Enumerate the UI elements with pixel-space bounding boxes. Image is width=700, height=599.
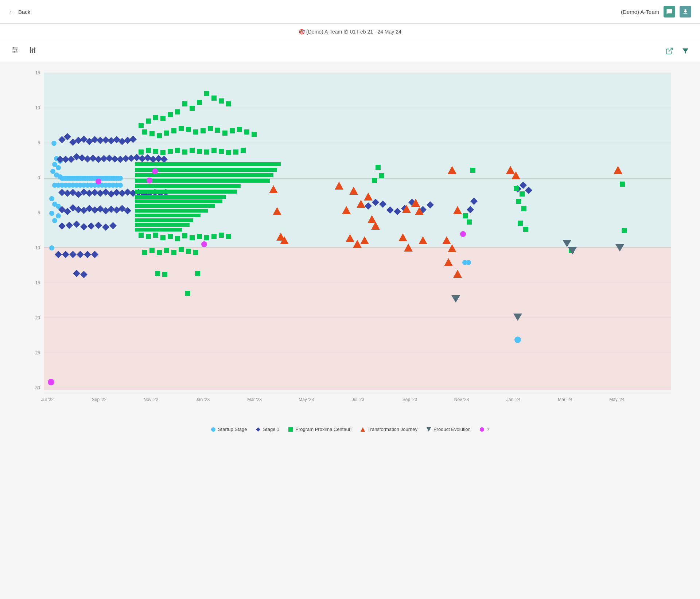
back-button[interactable]: ← Back <box>9 8 30 16</box>
svg-rect-231 <box>160 116 166 121</box>
svg-rect-240 <box>226 101 231 106</box>
legend-startup-icon <box>211 427 216 432</box>
svg-point-113 <box>49 245 54 250</box>
chart-container: 15 10 5 0 -5 -10 -15 -20 -25 -30 Jul '22… <box>0 69 700 439</box>
svg-rect-254 <box>237 127 242 132</box>
svg-rect-252 <box>222 131 228 136</box>
external-link-icon <box>665 47 673 55</box>
svg-point-352 <box>211 427 215 432</box>
subtitle-calendar-emoji: 🗓 <box>343 29 350 35</box>
legend-question: ? <box>479 427 489 432</box>
subtitle-date-range: 01 Feb 21 - 24 May 24 <box>350 29 401 35</box>
svg-rect-293 <box>155 271 160 276</box>
svg-text:Jul '23: Jul '23 <box>352 397 365 402</box>
svg-point-110 <box>49 211 54 216</box>
export-icon-button[interactable] <box>680 6 691 17</box>
svg-rect-288 <box>164 248 169 253</box>
svg-point-4 <box>16 49 17 51</box>
svg-rect-218 <box>135 184 241 188</box>
svg-rect-222 <box>135 204 215 208</box>
svg-text:10: 10 <box>35 105 40 110</box>
svg-rect-282 <box>211 234 217 239</box>
svg-point-104 <box>51 141 57 146</box>
svg-text:-5: -5 <box>36 210 40 215</box>
svg-rect-297 <box>379 173 384 178</box>
svg-rect-242 <box>149 131 155 136</box>
svg-rect-286 <box>149 248 155 253</box>
svg-rect-294 <box>162 272 167 277</box>
svg-text:Nov '23: Nov '23 <box>454 397 469 402</box>
svg-text:-25: -25 <box>34 350 40 355</box>
svg-rect-301 <box>467 219 472 225</box>
svg-rect-234 <box>182 101 187 106</box>
svg-rect-221 <box>135 199 222 203</box>
svg-rect-264 <box>190 148 195 153</box>
svg-point-48 <box>56 165 61 170</box>
svg-rect-255 <box>244 129 249 135</box>
svg-rect-244 <box>164 131 169 136</box>
svg-rect-247 <box>186 127 191 132</box>
svg-rect-227 <box>135 228 182 232</box>
svg-marker-355 <box>361 427 365 432</box>
svg-rect-277 <box>175 236 180 241</box>
legend-startup-stage: Startup Stage <box>211 427 247 432</box>
svg-rect-272 <box>139 233 144 238</box>
svg-rect-299 <box>376 165 381 170</box>
svg-text:May '24: May '24 <box>609 397 625 402</box>
svg-rect-287 <box>157 250 162 255</box>
svg-rect-229 <box>146 118 151 124</box>
download-icon <box>682 8 689 15</box>
legend-stage1-icon <box>256 427 261 432</box>
svg-rect-270 <box>233 149 238 155</box>
chat-icon-button[interactable] <box>664 6 675 17</box>
svg-point-351 <box>460 231 466 237</box>
legend-stage1: Stage 1 <box>256 427 279 432</box>
open-external-button[interactable] <box>664 45 675 57</box>
svg-rect-290 <box>179 247 184 252</box>
legend-product-evolution: Product Evolution <box>426 427 471 432</box>
svg-rect-241 <box>142 129 147 135</box>
svg-rect-310 <box>620 182 625 187</box>
svg-rect-284 <box>226 234 231 239</box>
chart-type-button[interactable] <box>27 44 39 58</box>
header: ← Back (Demo) A-Team <box>0 0 700 24</box>
svg-text:-20: -20 <box>34 315 40 320</box>
svg-rect-224 <box>135 214 201 217</box>
svg-point-357 <box>480 427 484 432</box>
svg-rect-302 <box>470 168 475 173</box>
subtitle-team-emoji: 🎯 <box>299 29 306 35</box>
svg-rect-354 <box>288 427 293 432</box>
svg-rect-298 <box>372 178 377 183</box>
svg-rect-296 <box>185 291 190 296</box>
svg-rect-279 <box>190 235 195 240</box>
svg-rect-292 <box>193 250 198 255</box>
settings-button[interactable] <box>9 44 21 58</box>
svg-rect-258 <box>146 148 151 153</box>
svg-point-5 <box>13 51 15 53</box>
legend-proxima: Program Proxima Centauri <box>288 427 351 432</box>
svg-rect-281 <box>204 235 209 240</box>
svg-text:15: 15 <box>35 70 40 75</box>
svg-rect-260 <box>160 150 166 155</box>
chart-wrapper: 15 10 5 0 -5 -10 -15 -20 -25 -30 Jul '22… <box>22 69 678 419</box>
svg-rect-289 <box>171 250 176 255</box>
svg-rect-226 <box>135 223 190 227</box>
legend-transformation-icon <box>360 427 365 432</box>
header-team-name: (Demo) A-Team <box>621 9 659 15</box>
svg-rect-305 <box>516 199 521 204</box>
svg-rect-295 <box>195 271 200 276</box>
svg-rect-285 <box>142 250 147 255</box>
svg-text:0: 0 <box>38 175 40 180</box>
svg-point-347 <box>152 168 158 174</box>
svg-rect-261 <box>168 149 173 154</box>
svg-rect-228 <box>139 123 144 128</box>
svg-rect-250 <box>208 126 213 131</box>
back-arrow-icon: ← <box>9 8 15 16</box>
svg-rect-311 <box>622 228 627 233</box>
svg-point-348 <box>201 241 207 247</box>
svg-rect-232 <box>168 112 173 117</box>
svg-rect-269 <box>226 150 231 155</box>
filter-button[interactable] <box>680 45 691 57</box>
svg-text:Jan '24: Jan '24 <box>506 397 521 402</box>
svg-point-112 <box>56 213 61 218</box>
